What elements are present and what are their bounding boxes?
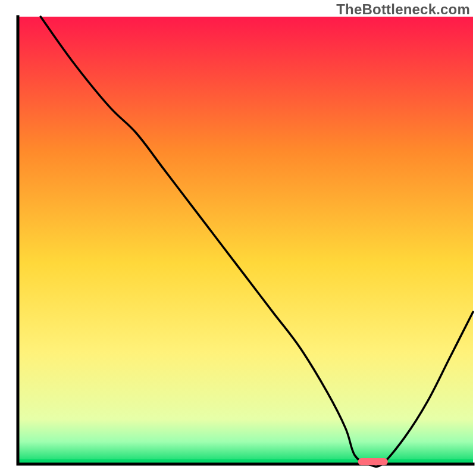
- chart-root: TheBottleneck.com: [0, 0, 476, 476]
- bottleneck-chart: [0, 0, 476, 476]
- gradient-background: [18, 17, 473, 464]
- watermark-text: TheBottleneck.com: [336, 1, 470, 18]
